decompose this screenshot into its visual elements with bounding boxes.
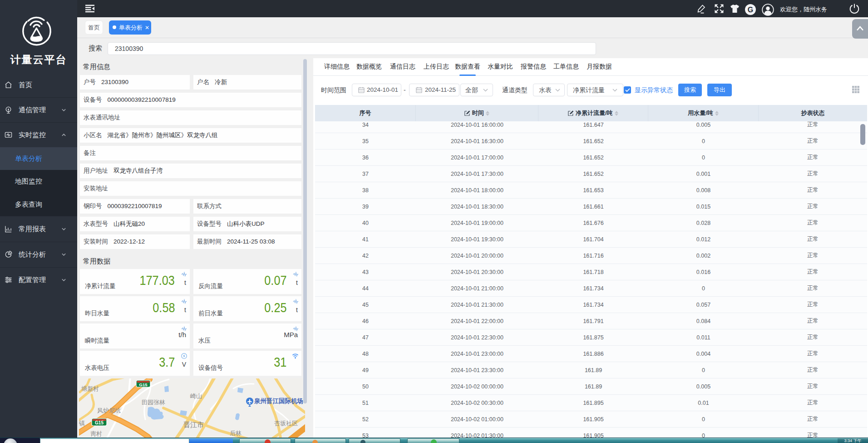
svg-text:G15: G15 [95, 420, 104, 425]
svg-text:镇: 镇 [79, 420, 85, 427]
svg-text:G: G [748, 6, 753, 14]
svg-text:崎山: 崎山 [190, 393, 202, 399]
svg-text:泉州晋江国际机场: 泉州晋江国际机场 [254, 398, 303, 404]
svg-text:塘新村: 塘新村 [81, 385, 99, 392]
svg-text:杏坂社区: 杏坂社区 [274, 420, 298, 427]
svg-text:风炉尼坑: 风炉尼坑 [97, 407, 121, 414]
svg-text:后林: 后林 [230, 430, 242, 437]
svg-text:靑村: 靑村 [90, 430, 102, 437]
svg-text:G15: G15 [139, 382, 148, 387]
svg-text:田园张林: 田园张林 [142, 399, 165, 406]
svg-text:晋江市: 晋江市 [183, 421, 204, 428]
